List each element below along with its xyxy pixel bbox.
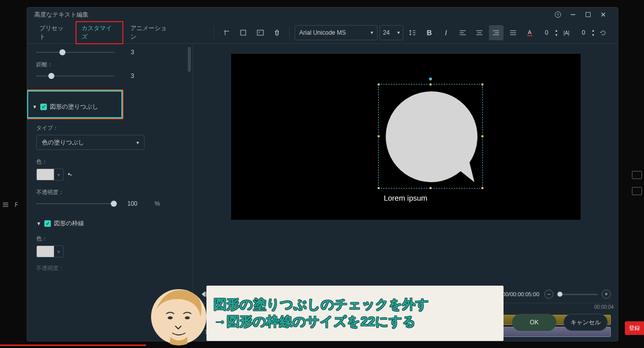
- svg-rect-4: [257, 30, 263, 35]
- play-pause-button[interactable]: [212, 291, 220, 298]
- first-slider-value: 3: [122, 49, 142, 56]
- tab-animation[interactable]: アニメーション: [125, 22, 177, 43]
- resize-handle[interactable]: [481, 187, 484, 190]
- opacity-unit: %: [155, 200, 160, 207]
- trash-icon[interactable]: [269, 25, 284, 40]
- svg-rect-2: [586, 13, 591, 17]
- ruler-tick: 00:00:01:15: [342, 304, 369, 310]
- ruler-tick: 00:00:00:00: [217, 304, 243, 310]
- window-title: 高度なテキスト編集: [34, 11, 89, 19]
- zoom-in-button[interactable]: +: [602, 290, 611, 299]
- image-icon[interactable]: [253, 25, 267, 40]
- align-right-button[interactable]: [489, 25, 504, 40]
- svg-text:A: A: [528, 29, 532, 35]
- preview-canvas[interactable]: Lorem ipsum: [231, 54, 581, 220]
- align-left-button[interactable]: [455, 25, 470, 40]
- speech-bubble-shape: [382, 86, 480, 187]
- resize-handle[interactable]: [377, 135, 380, 138]
- svg-rect-10: [203, 317, 208, 322]
- titlebar: 高度なテキスト編集 ?: [27, 8, 618, 22]
- char-spacing-field[interactable]: ▴▾: [539, 26, 557, 39]
- play-button[interactable]: [225, 291, 232, 298]
- resize-handle[interactable]: [377, 187, 380, 190]
- tab-preset[interactable]: プリセット: [34, 22, 74, 43]
- svg-rect-7: [527, 35, 532, 36]
- mouse-cursor-icon: ↖: [67, 171, 74, 179]
- toolbar-row: プリセット カスタマイズ アニメーション Arial Unicode MS▾ 2…: [27, 22, 618, 44]
- canvas-caption: Lorem ipsum: [231, 194, 581, 202]
- border-color-swatch[interactable]: ▾: [36, 245, 63, 257]
- svg-text:T: T: [204, 329, 208, 335]
- transform-icon[interactable]: [219, 25, 234, 40]
- sidebar-scrollbar[interactable]: [188, 47, 191, 72]
- color-label: 色：: [36, 158, 184, 165]
- svg-rect-9: [238, 292, 242, 296]
- refresh-icon[interactable]: [596, 25, 611, 40]
- svg-rect-3: [241, 30, 246, 35]
- align-center-button[interactable]: [472, 25, 487, 40]
- resize-handle[interactable]: [377, 83, 380, 86]
- align-justify-button[interactable]: [506, 25, 520, 40]
- svg-point-5: [259, 32, 260, 33]
- close-button[interactable]: [596, 8, 611, 22]
- shape-border-checkbox[interactable]: [44, 220, 51, 227]
- shape-track-icon: [200, 316, 211, 323]
- text-editor-dialog: 高度なテキスト編集 ? プリセット カスタマイズ アニメーション Arial U…: [27, 7, 618, 341]
- tab-customize[interactable]: カスタマイズ: [76, 21, 123, 44]
- shape-fill-section[interactable]: ▼ 図形の塗りつぶし: [32, 103, 117, 111]
- maximize-button[interactable]: [581, 8, 596, 22]
- tracking-field[interactable]: ▴▾: [576, 26, 594, 39]
- distance-slider[interactable]: [36, 71, 114, 80]
- italic-button[interactable]: I: [439, 25, 453, 40]
- properties-panel: 3 距離： 3 ▼ 図形の塗りつぶし ↖ タイプ： 色の塗りつぶし▾ 色： ▾ …: [27, 44, 193, 341]
- transport-bar: 00:00:00:00/00:00:05:00 − +: [193, 286, 618, 303]
- help-icon[interactable]: ?: [550, 8, 565, 22]
- resize-handle[interactable]: [481, 83, 484, 86]
- minimize-button[interactable]: [565, 8, 581, 22]
- font-size-select[interactable]: 24▾: [380, 25, 403, 40]
- resize-handle[interactable]: [481, 135, 484, 138]
- line-height-icon[interactable]: [405, 25, 420, 40]
- fill-color-swatch[interactable]: ▾: [36, 168, 63, 181]
- distance-label: 距離：: [36, 61, 184, 68]
- ok-button[interactable]: OK: [512, 314, 556, 331]
- shape-fill-label: 図形の塗りつぶし: [50, 103, 98, 111]
- prev-frame-button[interactable]: [200, 291, 207, 298]
- first-slider[interactable]: [36, 48, 114, 57]
- preview-area: Lorem ipsum 00:00:00:00/00:00:05:00 − +: [193, 44, 618, 341]
- distance-value: 3: [122, 72, 142, 79]
- fill-type-dropdown[interactable]: 色の塗りつぶし▾: [36, 135, 145, 150]
- svg-text:?: ?: [557, 13, 559, 17]
- crop-icon[interactable]: [236, 25, 251, 40]
- kerning-icon[interactable]: |A|: [559, 25, 574, 40]
- text-track-icon: T: [200, 328, 211, 335]
- stop-button[interactable]: [237, 291, 244, 298]
- font-select[interactable]: Arial Unicode MS▾: [295, 25, 377, 40]
- bg-right-icons: [632, 171, 642, 195]
- shape-border-section[interactable]: ▼ 図形の枠線: [36, 219, 184, 228]
- ruler[interactable]: 00:00:00:00 00:00:01:15 00:00:03:05 00:0…: [200, 303, 611, 314]
- video-progress-bar[interactable]: [0, 344, 146, 346]
- rotate-handle[interactable]: [429, 77, 432, 80]
- opacity-label: 不透明度：: [36, 189, 184, 196]
- border-opacity-label: 不透明度：: [36, 265, 184, 272]
- svg-text:|A|: |A|: [563, 30, 569, 36]
- opacity-slider[interactable]: [36, 199, 114, 208]
- opacity-value: 100: [122, 200, 142, 207]
- ruler-tick: 00:00:03:05: [468, 304, 495, 310]
- text-color-button[interactable]: A: [522, 25, 537, 40]
- bold-button[interactable]: B: [422, 25, 437, 40]
- ruler-tick: 00:00:04: [594, 304, 614, 310]
- zoom-out-button[interactable]: −: [544, 290, 553, 299]
- register-tag[interactable]: 登録: [625, 321, 644, 335]
- shape-fill-checkbox[interactable]: [40, 104, 47, 110]
- cancel-button[interactable]: キャンセル: [563, 314, 608, 331]
- shape-border-label: 図形の枠線: [54, 219, 84, 228]
- seek-bar[interactable]: [254, 293, 469, 295]
- expand-triangle-icon: ▼: [32, 104, 37, 110]
- timecode: 00:00:00:00/00:00:05:00: [479, 291, 539, 297]
- selection-box[interactable]: [378, 84, 483, 189]
- resize-handle[interactable]: [429, 83, 432, 86]
- border-color-label: 色：: [36, 235, 184, 242]
- zoom-slider[interactable]: [557, 294, 598, 295]
